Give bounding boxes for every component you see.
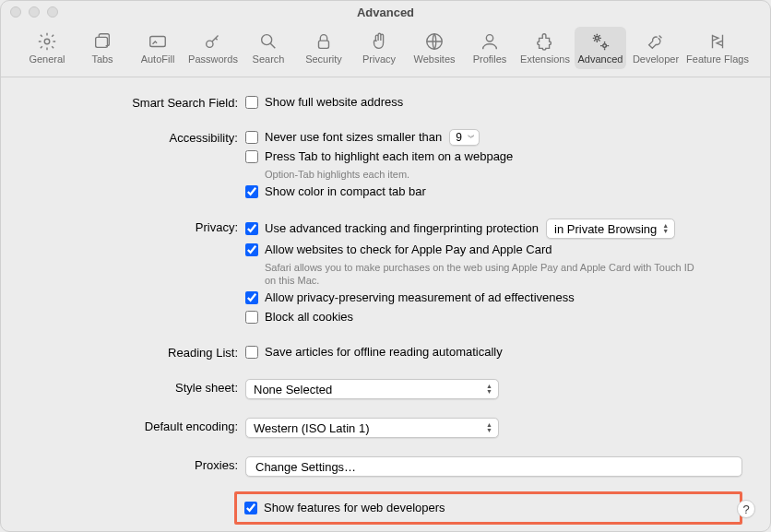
svg-rect-5 [319,41,329,48]
ad-measure-checkbox[interactable]: Allow privacy-preserving measurement of … [245,290,742,306]
window-title: Advanced [1,6,770,19]
apple-pay-help: Safari allows you to make purchases on t… [245,261,706,287]
content-area: Smart Search Field: Show full website ad… [1,77,770,532]
pencil-icon [148,31,168,52]
style-sheet-label: Style sheet: [29,379,245,395]
tab-autofill[interactable]: AutoFill [132,27,184,69]
tab-passwords[interactable]: Passwords [187,27,239,69]
tracking-mode-select[interactable]: in Private Browsing [546,219,675,239]
puzzle-icon [535,31,555,52]
wrench-icon [646,31,666,52]
svg-rect-2 [150,37,166,47]
svg-point-9 [603,44,607,48]
tab-extensions[interactable]: Extensions [519,27,571,69]
style-sheet-select[interactable]: None Selected [245,379,499,399]
hand-icon [369,31,389,52]
gears-icon [590,31,611,52]
accessibility-label: Accessibility: [29,129,245,145]
default-encoding-select[interactable]: Western (ISO Latin 1) [245,418,499,438]
preferences-toolbar: General Tabs AutoFill Passwords Search S… [1,23,770,77]
search-icon [258,31,279,52]
show-developer-features-checkbox[interactable]: Show features for web developers [244,500,732,516]
tab-search[interactable]: Search [243,27,294,69]
svg-point-7 [486,35,492,41]
press-tab-help: Option-Tab highlights each item. [245,168,706,181]
svg-point-8 [596,37,599,41]
tab-developer[interactable]: Developer [630,27,682,69]
lock-icon [314,31,334,52]
show-full-address-checkbox[interactable]: Show full website address [245,94,742,111]
privacy-label: Privacy: [29,219,245,234]
block-cookies-checkbox[interactable]: Block all cookies [245,309,742,325]
svg-point-0 [44,39,50,44]
flags-icon [707,31,728,52]
person-icon [480,31,500,52]
save-offline-checkbox[interactable]: Save articles for offline reading automa… [245,344,742,361]
font-size-select[interactable]: 9 ︾ [449,129,480,146]
svg-rect-1 [96,37,108,47]
titlebar: Advanced [1,1,770,23]
tab-profiles[interactable]: Profiles [464,27,516,69]
font-size-checkbox[interactable]: Never use font sizes smaller than [245,129,442,146]
svg-point-4 [262,35,272,45]
help-button[interactable]: ? [737,500,755,518]
proxies-label: Proxies: [29,456,245,472]
tracking-protection-checkbox[interactable]: Use advanced tracking and fingerprinting… [245,220,539,237]
tab-general[interactable]: General [21,27,73,69]
reading-list-label: Reading List: [29,344,245,360]
tab-privacy[interactable]: Privacy [353,27,405,69]
compact-color-checkbox[interactable]: Show color in compact tab bar [245,183,742,200]
tab-advanced[interactable]: Advanced [575,27,626,69]
change-settings-button[interactable]: Change Settings… [245,456,742,477]
gear-icon [37,31,57,52]
svg-point-3 [207,41,213,47]
globe-icon [424,31,445,52]
tabs-icon [92,31,113,52]
press-tab-checkbox[interactable]: Press Tab to highlight each item on a we… [245,148,742,165]
tab-tabs[interactable]: Tabs [77,27,128,69]
default-encoding-label: Default encoding: [29,418,245,433]
tab-websites[interactable]: Websites [409,27,460,69]
developer-highlight: Show features for web developers [234,491,742,525]
tab-security[interactable]: Security [298,27,350,69]
apple-pay-checkbox[interactable]: Allow websites to check for Apple Pay an… [245,242,742,258]
key-icon [203,31,223,52]
smart-search-label: Smart Search Field: [29,94,245,110]
tab-feature-flags[interactable]: Feature Flags [685,27,750,69]
